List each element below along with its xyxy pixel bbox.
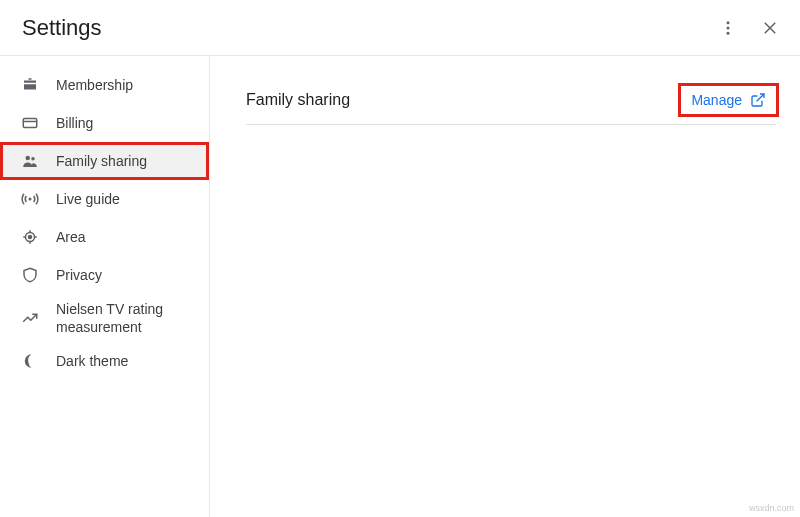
close-icon: [761, 19, 779, 37]
header-actions: [716, 16, 782, 40]
sidebar-item-nielsen[interactable]: Nielsen TV rating measurement: [0, 294, 209, 342]
sidebar-item-label: Privacy: [56, 266, 102, 284]
page-title: Settings: [22, 15, 102, 41]
sidebar-item-membership[interactable]: Membership: [0, 66, 209, 104]
main-content: Family sharing Manage: [210, 56, 800, 517]
close-button[interactable]: [758, 16, 782, 40]
sidebar-item-label: Billing: [56, 114, 93, 132]
body: Membership Billing Family sharing Live g…: [0, 56, 800, 517]
broadcast-icon: [20, 189, 40, 209]
svg-point-6: [31, 157, 34, 160]
sidebar-item-dark-theme[interactable]: Dark theme: [0, 342, 209, 380]
shield-icon: [20, 265, 40, 285]
sidebar-item-label: Nielsen TV rating measurement: [56, 300, 199, 336]
manage-link-label: Manage: [691, 92, 742, 108]
sidebar-item-label: Live guide: [56, 190, 120, 208]
more-options-button[interactable]: [716, 16, 740, 40]
location-icon: [20, 227, 40, 247]
svg-point-9: [29, 236, 32, 239]
more-vert-icon: [719, 19, 737, 37]
sidebar-item-family-sharing[interactable]: Family sharing: [0, 142, 209, 180]
svg-rect-4: [23, 119, 37, 128]
svg-point-7: [29, 198, 32, 201]
watermark: wsxdn.com: [749, 503, 794, 513]
manage-link[interactable]: Manage: [681, 86, 776, 114]
svg-point-5: [26, 156, 31, 161]
sidebar-item-billing[interactable]: Billing: [0, 104, 209, 142]
sidebar-item-label: Dark theme: [56, 352, 128, 370]
sidebar: Membership Billing Family sharing Live g…: [0, 56, 210, 517]
section-title: Family sharing: [246, 91, 350, 109]
section-header: Family sharing Manage: [246, 86, 776, 125]
svg-point-2: [727, 31, 730, 34]
sidebar-item-area[interactable]: Area: [0, 218, 209, 256]
sidebar-item-label: Family sharing: [56, 152, 147, 170]
sidebar-item-live-guide[interactable]: Live guide: [0, 180, 209, 218]
header: Settings: [0, 0, 800, 56]
sidebar-item-label: Membership: [56, 76, 133, 94]
svg-point-1: [727, 26, 730, 29]
membership-icon: [20, 75, 40, 95]
trending-icon: [20, 308, 40, 328]
svg-rect-3: [29, 78, 32, 80]
svg-point-0: [727, 21, 730, 24]
sidebar-item-privacy[interactable]: Privacy: [0, 256, 209, 294]
open-in-new-icon: [750, 92, 766, 108]
moon-icon: [20, 351, 40, 371]
credit-card-icon: [20, 113, 40, 133]
people-icon: [20, 151, 40, 171]
sidebar-item-label: Area: [56, 228, 86, 246]
